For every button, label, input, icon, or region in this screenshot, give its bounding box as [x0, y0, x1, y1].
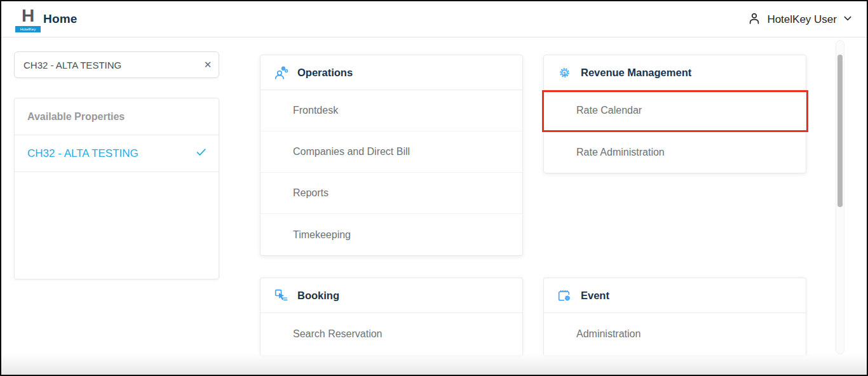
event-card-title: Event	[581, 290, 609, 302]
operations-card-header: Operations	[261, 55, 522, 90]
booking-card-title: Booking	[297, 290, 339, 302]
logo-banner: HotelKey	[15, 26, 41, 32]
checkmark-icon	[195, 146, 207, 161]
property-list-item[interactable]: CH32 - ALTA TESTING	[15, 135, 219, 172]
booking-card: Booking Search Reservation	[260, 278, 523, 355]
clear-search-icon[interactable]: ✕	[197, 59, 219, 70]
booking-card-header: Booking	[261, 278, 522, 313]
menu-item-timekeeping[interactable]: Timekeeping	[261, 214, 522, 255]
property-label: CH32 - ALTA TESTING	[27, 147, 139, 160]
property-search-input[interactable]	[15, 52, 197, 77]
event-card: Event Administration	[543, 278, 806, 355]
available-properties-header: Available Properties	[15, 98, 219, 135]
operations-icon	[273, 65, 289, 81]
event-card-header: Event	[544, 278, 806, 313]
app-window: H HotelKey Home HotelKey User ✕ Availab	[0, 0, 868, 376]
menu-item-frontdesk[interactable]: Frontdesk	[261, 90, 522, 131]
bottom-shadow-band	[1, 353, 867, 375]
menu-item-rate-calendar[interactable]: Rate Calendar	[544, 90, 806, 131]
revenue-management-card-title: Revenue Management	[581, 67, 691, 79]
menu-item-administration[interactable]: Administration	[544, 313, 806, 354]
user-name: HotelKey User	[767, 13, 837, 26]
svg-text:$: $	[563, 70, 566, 76]
booking-icon	[273, 288, 289, 304]
operations-card-title: Operations	[297, 67, 353, 79]
property-search-box: ✕	[14, 51, 219, 78]
logo-letter: H	[15, 6, 41, 26]
hotelkey-logo: H HotelKey	[15, 6, 41, 32]
vertical-scrollbar-thumb[interactable]	[837, 55, 843, 207]
user-menu[interactable]: HotelKey User	[747, 1, 853, 37]
top-bar: H HotelKey Home HotelKey User	[1, 1, 867, 37]
revenue-management-card-header: $ Revenue Management	[544, 55, 806, 90]
revenue-management-icon: $	[557, 65, 573, 81]
available-properties-panel: Available Properties CH32 - ALTA TESTING	[14, 98, 219, 279]
menu-item-companies-and-direct-bill[interactable]: Companies and Direct Bill	[261, 131, 522, 173]
menu-item-rate-administration[interactable]: Rate Administration	[544, 131, 806, 173]
chevron-down-icon	[843, 13, 853, 26]
user-icon	[747, 11, 761, 28]
menu-item-reports[interactable]: Reports	[261, 173, 522, 214]
event-icon	[557, 288, 573, 304]
menu-item-search-reservation[interactable]: Search Reservation	[261, 313, 522, 354]
operations-card: Operations Frontdesk Companies and Direc…	[260, 55, 523, 256]
page-title: Home	[43, 12, 78, 26]
vertical-scrollbar-track[interactable]	[836, 40, 844, 354]
revenue-management-card: $ Revenue Management Rate Calendar Rate …	[543, 55, 806, 173]
